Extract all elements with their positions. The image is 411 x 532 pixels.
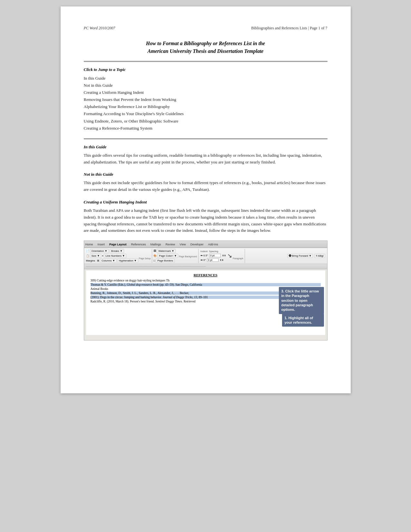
line-numbers-icon: ≡ bbox=[102, 255, 103, 257]
ribbon-tab-addins[interactable]: Add-Ins bbox=[208, 243, 218, 246]
section-heading-1: Not in this Guide bbox=[84, 172, 328, 177]
page-header: PC Word 2010/2007 Bibliographies and Ref… bbox=[84, 26, 328, 31]
spacing-before-arrows: ⬆⬇ bbox=[222, 254, 226, 257]
right-label: ➡ 0" bbox=[201, 259, 206, 261]
header-left: PC Word 2010/2007 bbox=[84, 26, 115, 31]
left-label: ⬅ 0.5" bbox=[201, 254, 208, 257]
ribbon-tab-insert[interactable]: Insert bbox=[98, 243, 105, 246]
pagecolor-icon: 🎨 bbox=[153, 254, 157, 257]
toc-item[interactable]: In this Guide bbox=[84, 75, 328, 82]
title-line1: How to Format a Bibliography or Referenc… bbox=[84, 40, 328, 47]
word-ref-heading: REFERENCES bbox=[91, 273, 321, 277]
callout-paragraph-arrow: 3. Click the little arrow in the Paragra… bbox=[279, 287, 324, 314]
paragraph-label: Paragraph bbox=[233, 257, 243, 260]
size-icon: 📋 bbox=[86, 254, 89, 257]
spacing-after-arrows: ⬆⬇ bbox=[220, 259, 224, 261]
margins-label: Margins bbox=[86, 259, 95, 262]
toc-item[interactable]: Formatting According to Your Discipline'… bbox=[84, 110, 328, 117]
section-in-this-guide: In this Guide This guide offers several … bbox=[84, 144, 328, 166]
divider-top bbox=[84, 61, 328, 62]
watermark-btn[interactable]: Watermark ▼ bbox=[157, 249, 176, 253]
toolbar-group-pagebg: 🖼 Watermark ▼ 🎨 Page Color= ▼ □ Page Bor… bbox=[153, 249, 199, 263]
section-not-in-this-guide: Not in this Guide This guide does not in… bbox=[84, 172, 328, 193]
title-line2: American University Thesis and Dissertat… bbox=[84, 47, 328, 55]
pageborders-icon: □ bbox=[153, 259, 155, 262]
ribbon-tab-developer[interactable]: Developer bbox=[190, 243, 203, 246]
ref-line-1: Thomas & Y. Castillo (Eds.), Global dog-… bbox=[91, 283, 321, 286]
ribbon-tab-references[interactable]: References bbox=[131, 243, 146, 246]
orientation-btn[interactable]: Orientation ▼ bbox=[90, 249, 109, 253]
page-bg-label: Page Background bbox=[179, 255, 197, 258]
toc-item[interactable]: Not in this Guide bbox=[84, 82, 328, 89]
ribbon-tab-home[interactable]: Home bbox=[85, 243, 93, 246]
toc-section: Click to Jump to a Topic In this GuideNo… bbox=[84, 67, 328, 132]
word-toolbar: 📄 Orientation ▼ Breaks ▼ 📋 Size ▼ ≡ Line… bbox=[84, 248, 327, 264]
ribbon-tab-view[interactable]: View bbox=[180, 243, 186, 246]
toc-item[interactable]: Creating a Reference-Formatting System bbox=[84, 125, 328, 132]
align-btn[interactable]: ≡ ABgl bbox=[314, 254, 325, 258]
toolbar-right: 🅐 Bring Forward ▼ ≡ ABgl bbox=[287, 254, 325, 258]
spacing-before-input[interactable] bbox=[209, 254, 221, 257]
word-screenshot: Home Insert Page Layout References Maili… bbox=[84, 241, 328, 340]
spacing-after-input[interactable] bbox=[207, 258, 219, 262]
section-body-2: Both Turabian and APA use a hanging inde… bbox=[84, 207, 328, 234]
ribbon-tab-pagelayout[interactable]: Page Layout bbox=[109, 243, 127, 246]
toc-item[interactable]: Removing Issues that Prevent the Indent … bbox=[84, 96, 328, 103]
word-ribbon: Home Insert Page Layout References Maili… bbox=[84, 241, 327, 248]
page-setup-label: Page Setup bbox=[139, 257, 151, 260]
document-title: How to Format a Bibliography or Referenc… bbox=[84, 40, 328, 55]
paragraph-arrow-btn[interactable]: ↘ bbox=[227, 252, 232, 259]
ribbon-tab-mailings[interactable]: Mailings bbox=[151, 243, 161, 246]
section-body-1: This guide does not include specific gui… bbox=[84, 180, 328, 193]
ref-line-0: 309) Cutting-edge evidence on doggy hair… bbox=[91, 279, 321, 282]
word-ruler: ────────────────────────────────────────… bbox=[84, 264, 327, 269]
toc-item[interactable]: Alphabetizing Your Reference List or Bib… bbox=[84, 103, 328, 110]
toc-list: In this GuideNot in this GuideCreating a… bbox=[84, 75, 328, 132]
section-heading-2: Creating a Uniform Hanging Indent bbox=[84, 200, 328, 205]
toc-item[interactable]: Creating a Uniform Hanging Indent bbox=[84, 89, 328, 96]
ruler-content: ────────────────────────────────────────… bbox=[86, 265, 206, 268]
document-page: PC Word 2010/2007 Bibliographies and Ref… bbox=[61, 6, 351, 393]
spacing-label: Spacing bbox=[209, 250, 218, 253]
section-heading-0: In this Guide bbox=[84, 144, 328, 150]
watermark-icon: 🖼 bbox=[153, 250, 156, 252]
ribbon-tab-review[interactable]: Review bbox=[166, 243, 175, 246]
divider-toc bbox=[84, 138, 328, 139]
toc-item[interactable]: Using Endnote, Zotero, or Other Bibliogr… bbox=[84, 118, 328, 125]
orientation-icon: 📄 bbox=[86, 250, 89, 252]
columns-icon: ⊞ bbox=[97, 259, 99, 262]
callout-highlight: 1. Highlight all of your references. bbox=[282, 314, 324, 327]
toc-heading: Click to Jump to a Topic bbox=[84, 67, 328, 72]
section-body-0: This guide offers several tips for creat… bbox=[84, 152, 328, 166]
breaks-btn[interactable]: Breaks ▼ bbox=[110, 249, 124, 253]
indent-label: Indent bbox=[201, 250, 208, 253]
columns-btn[interactable]: Columns ▼ bbox=[100, 259, 117, 263]
section-hanging-indent: Creating a Uniform Hanging Indent Both T… bbox=[84, 200, 328, 234]
word-doc-container: 2. Open the Page Layout tab. REFERENCES … bbox=[84, 269, 327, 336]
toolbar-group-paragraph: Indent Spacing ⬅ 0.5" ⬆⬇ ➡ 0" ⬆⬇ bbox=[200, 249, 245, 263]
line-numbers-btn[interactable]: Line Numbers ▼ bbox=[104, 254, 126, 258]
hyphenation-btn[interactable]: Hyphenation ▼ bbox=[117, 259, 138, 263]
toolbar-group-margins: 📄 Orientation ▼ Breaks ▼ 📋 Size ▼ ≡ Line… bbox=[86, 249, 152, 263]
page-borders-btn[interactable]: Page Borders bbox=[156, 259, 175, 263]
header-right: Bibliographies and References Lists | Pa… bbox=[251, 26, 327, 31]
page-color-btn[interactable]: Page Color= ▼ bbox=[157, 254, 178, 258]
theme-preview-btn[interactable]: 🅐 Bring Forward ▼ bbox=[287, 254, 313, 258]
size-btn[interactable]: Size ▼ bbox=[90, 254, 102, 258]
